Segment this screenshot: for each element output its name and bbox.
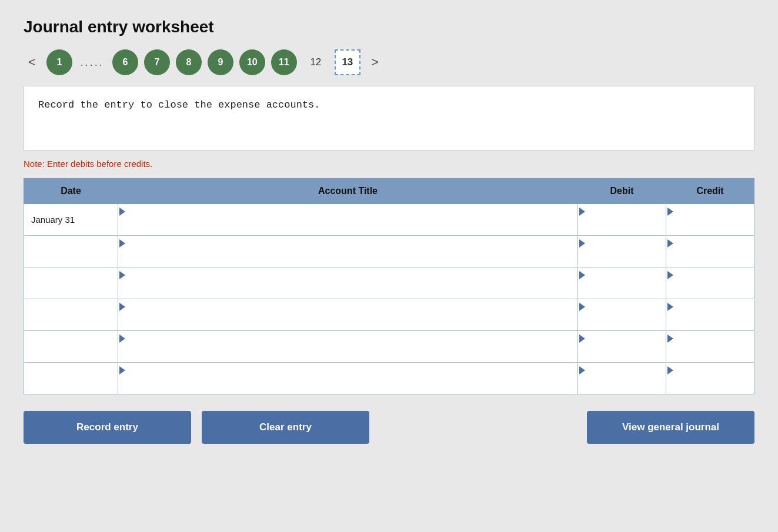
debit-input-0[interactable] — [578, 204, 666, 233]
table-row — [24, 236, 754, 267]
debit-input-4[interactable] — [578, 331, 666, 360]
triangle-icon — [667, 208, 673, 216]
page-item-6[interactable]: 6 — [112, 49, 138, 75]
table-row — [24, 267, 754, 299]
debit-input-2[interactable] — [578, 267, 666, 297]
page-item-7[interactable]: 7 — [144, 49, 170, 75]
triangle-icon — [667, 334, 673, 343]
debit-cell-2[interactable] — [578, 267, 666, 299]
account-cell-5[interactable] — [118, 363, 578, 394]
account-cell-4[interactable] — [118, 331, 578, 363]
debit-input-1[interactable] — [578, 236, 666, 265]
date-cell-3 — [24, 299, 118, 331]
date-cell-5 — [24, 363, 118, 394]
date-cell-2 — [24, 267, 118, 299]
debit-cell-3[interactable] — [578, 299, 666, 331]
page-item-13[interactable]: 13 — [335, 49, 360, 75]
page-item-11[interactable]: 11 — [271, 49, 297, 75]
date-cell-4 — [24, 331, 118, 363]
page-title: Journal entry worksheet — [24, 18, 754, 36]
page-item-12[interactable]: 12 — [303, 49, 329, 75]
account-input-2[interactable] — [118, 267, 577, 297]
instruction-text: Record the entry to close the expense ac… — [38, 99, 320, 111]
triangle-icon — [579, 303, 585, 311]
credit-input-3[interactable] — [666, 299, 754, 329]
triangle-icon — [119, 303, 125, 311]
account-input-0[interactable] — [118, 204, 577, 233]
credit-cell-5[interactable] — [666, 363, 754, 394]
debit-cell-1[interactable] — [578, 236, 666, 267]
table-row: January 31 — [24, 204, 754, 236]
account-cell-1[interactable] — [118, 236, 578, 267]
triangle-icon — [119, 366, 125, 374]
date-cell-0: January 31 — [24, 204, 118, 236]
account-input-1[interactable] — [118, 236, 577, 265]
credit-input-0[interactable] — [666, 204, 754, 233]
journal-table: Date Account Title Debit Credit January … — [24, 178, 754, 394]
account-cell-2[interactable] — [118, 267, 578, 299]
account-input-4[interactable] — [118, 331, 577, 360]
triangle-icon — [119, 334, 125, 343]
debit-cell-0[interactable] — [578, 204, 666, 236]
col-header-credit: Credit — [666, 179, 754, 204]
page-item-10[interactable]: 10 — [239, 49, 265, 75]
credit-cell-0[interactable] — [666, 204, 754, 236]
prev-arrow[interactable]: < — [24, 53, 41, 71]
triangle-icon — [579, 208, 585, 216]
clear-entry-button[interactable]: Clear entry — [202, 411, 369, 444]
page-item-8[interactable]: 8 — [176, 49, 202, 75]
credit-input-1[interactable] — [666, 236, 754, 265]
triangle-icon — [579, 366, 585, 374]
account-input-3[interactable] — [118, 299, 577, 329]
debit-cell-4[interactable] — [578, 331, 666, 363]
credit-cell-4[interactable] — [666, 331, 754, 363]
triangle-icon — [579, 239, 585, 247]
col-header-debit: Debit — [578, 179, 666, 204]
credit-cell-2[interactable] — [666, 267, 754, 299]
triangle-icon — [119, 239, 125, 247]
table-row — [24, 331, 754, 363]
account-cell-3[interactable] — [118, 299, 578, 331]
view-general-journal-button[interactable]: View general journal — [587, 411, 754, 444]
col-header-date: Date — [24, 179, 118, 204]
col-header-account: Account Title — [118, 179, 578, 204]
note-text: Note: Enter debits before credits. — [24, 159, 754, 169]
table-row — [24, 299, 754, 331]
account-cell-0[interactable] — [118, 204, 578, 236]
pagination-dots: ..... — [81, 56, 104, 69]
next-arrow[interactable]: > — [366, 53, 383, 71]
debit-input-5[interactable] — [578, 363, 666, 392]
table-row — [24, 363, 754, 394]
page-item-9[interactable]: 9 — [208, 49, 233, 75]
record-entry-button[interactable]: Record entry — [24, 411, 191, 444]
debit-input-3[interactable] — [578, 299, 666, 329]
pagination: < 1 ..... 6 7 8 9 10 11 12 13 > — [24, 49, 754, 75]
credit-input-5[interactable] — [666, 363, 754, 392]
credit-input-2[interactable] — [666, 267, 754, 297]
credit-cell-3[interactable] — [666, 299, 754, 331]
triangle-icon — [119, 271, 125, 279]
triangle-icon — [667, 271, 673, 279]
debit-cell-5[interactable] — [578, 363, 666, 394]
triangle-icon — [667, 239, 673, 247]
triangle-icon — [579, 271, 585, 279]
credit-input-4[interactable] — [666, 331, 754, 360]
buttons-row: Record entry Clear entry View general jo… — [24, 411, 754, 444]
credit-cell-1[interactable] — [666, 236, 754, 267]
date-cell-1 — [24, 236, 118, 267]
triangle-icon — [579, 334, 585, 343]
triangle-icon — [667, 366, 673, 374]
triangle-icon — [119, 208, 125, 216]
instruction-box: Record the entry to close the expense ac… — [24, 86, 754, 150]
account-input-5[interactable] — [118, 363, 577, 392]
page-item-1[interactable]: 1 — [46, 49, 72, 75]
triangle-icon — [667, 303, 673, 311]
